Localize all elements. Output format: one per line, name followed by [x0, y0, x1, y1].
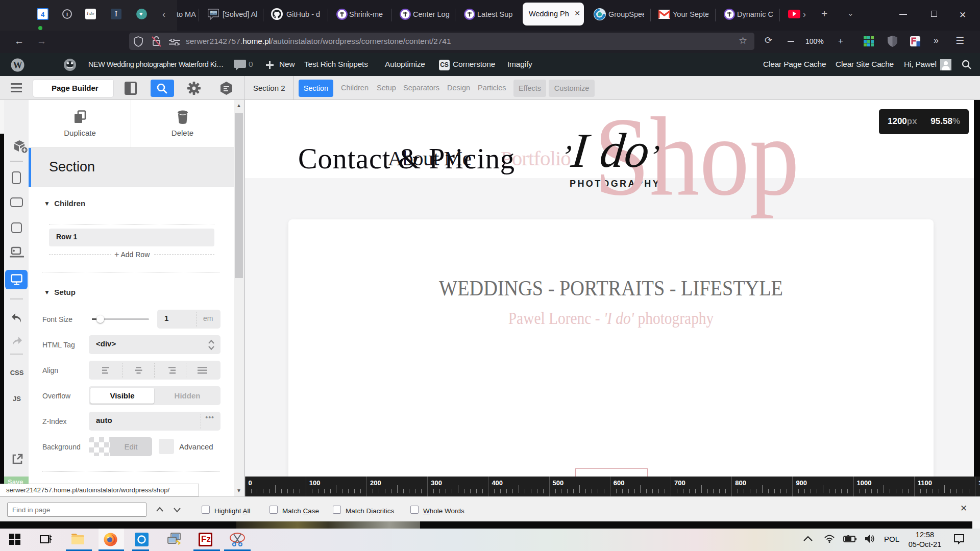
svg-text:W: W — [13, 60, 22, 70]
svg-text:4: 4 — [41, 11, 45, 18]
